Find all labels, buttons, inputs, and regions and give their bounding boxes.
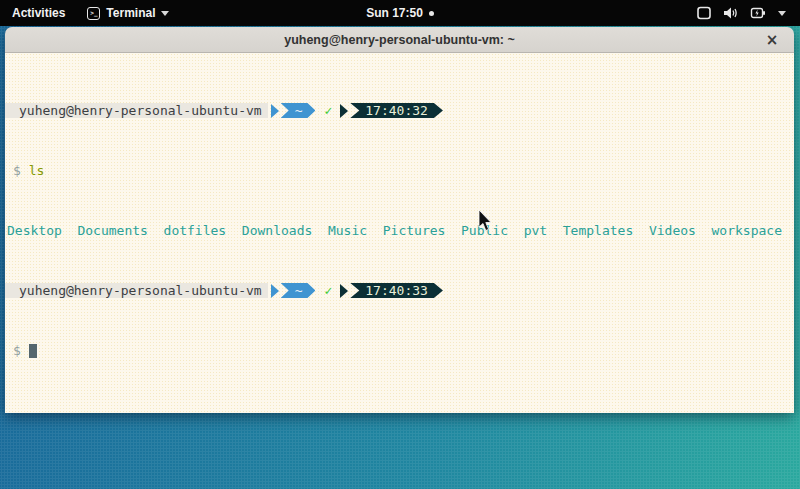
- powerline-separator-icon: [340, 104, 348, 118]
- prompt-status-check-icon: ✓: [315, 283, 337, 298]
- input-line: $: [5, 343, 794, 358]
- prompt-status-check-icon: ✓: [315, 103, 337, 118]
- system-menu-chevron-icon: [778, 11, 786, 16]
- prompt-user-host: yuheng@henry-personal-ubuntu-vm: [5, 103, 268, 118]
- powerline-separator-icon: [340, 284, 348, 298]
- notification-dot-icon: [429, 11, 434, 16]
- terminal-app-icon: >_: [87, 7, 100, 20]
- app-menu-terminal[interactable]: >_ Terminal: [77, 0, 179, 26]
- app-menu-caret-icon: [161, 11, 169, 16]
- directory-name: Documents: [77, 223, 147, 238]
- prompt-line: yuheng@henry-personal-ubuntu-vm ~ ✓ 17:4…: [5, 283, 794, 298]
- activities-label: Activities: [12, 6, 65, 20]
- prompt-time: 17:40:33: [350, 283, 443, 298]
- clock-button[interactable]: Sun 17:50: [366, 6, 434, 20]
- display-icon: [696, 6, 712, 20]
- prompt-line: yuheng@henry-personal-ubuntu-vm ~ ✓ 17:4…: [5, 103, 794, 118]
- prompt-symbol: $: [13, 343, 21, 358]
- directory-name: Pictures: [383, 223, 446, 238]
- window-title: yuheng@henry-personal-ubuntu-vm: ~: [284, 33, 515, 47]
- close-button[interactable]: ×: [762, 30, 782, 50]
- terminal-window: yuheng@henry-personal-ubuntu-vm: ~ × yuh…: [5, 27, 794, 413]
- directory-name: Templates: [563, 223, 633, 238]
- directory-name: Public: [461, 223, 508, 238]
- prompt-time: 17:40:32: [350, 103, 443, 118]
- terminal-output-area[interactable]: yuheng@henry-personal-ubuntu-vm ~ ✓ 17:4…: [5, 53, 794, 413]
- text-cursor: [29, 344, 37, 358]
- battery-charging-icon: [750, 6, 767, 20]
- system-menu-button[interactable]: [682, 0, 800, 26]
- directory-name: Videos: [649, 223, 696, 238]
- prompt-path: ~: [281, 283, 316, 298]
- prompt-path: ~: [281, 103, 316, 118]
- prompt-symbol: $: [13, 163, 21, 178]
- directory-name: Desktop: [7, 223, 62, 238]
- window-titlebar[interactable]: yuheng@henry-personal-ubuntu-vm: ~ ×: [5, 27, 794, 53]
- directory-name: Downloads: [242, 223, 312, 238]
- typed-command: ls: [29, 163, 45, 178]
- directory-name: dotfiles: [164, 223, 227, 238]
- prompt-user-host: yuheng@henry-personal-ubuntu-vm: [5, 283, 268, 298]
- activities-button[interactable]: Activities: [0, 0, 77, 26]
- app-menu-label: Terminal: [106, 6, 155, 20]
- ls-output-line: Desktop Documents dotfiles Downloads Mus…: [5, 223, 794, 238]
- gnome-top-bar: Activities >_ Terminal Sun 17:50: [0, 0, 800, 26]
- powerline-separator-icon: [271, 284, 279, 298]
- directory-name: workspace: [712, 223, 782, 238]
- volume-icon: [723, 6, 739, 20]
- powerline-separator-icon: [271, 104, 279, 118]
- directory-name: pvt: [524, 223, 547, 238]
- ls-output: Desktop Documents dotfiles Downloads Mus…: [7, 223, 782, 238]
- clock-label: Sun 17:50: [366, 6, 423, 20]
- directory-name: Music: [328, 223, 367, 238]
- command-line: $ ls: [5, 163, 794, 178]
